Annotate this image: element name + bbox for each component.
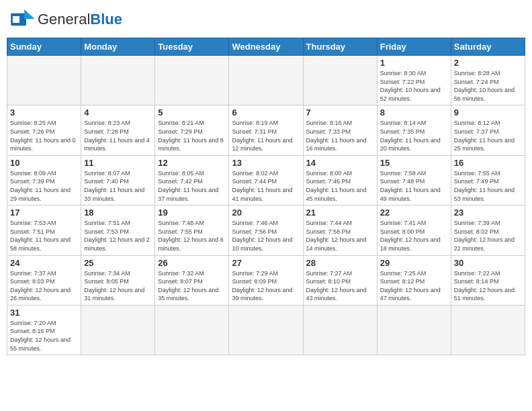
day-info: Sunrise: 8:21 AM Sunset: 7:29 PM Dayligh… — [158, 119, 226, 152]
day-number: 2 — [454, 58, 522, 68]
day-info: Sunrise: 8:00 AM Sunset: 7:46 PM Dayligh… — [306, 169, 374, 203]
day-info: Sunrise: 7:34 AM Sunset: 8:05 PM Dayligh… — [84, 269, 152, 303]
day-info: Sunrise: 8:25 AM Sunset: 7:26 PM Dayligh… — [10, 119, 78, 152]
calendar-cell: 19Sunrise: 7:48 AM Sunset: 7:55 PM Dayli… — [155, 205, 229, 255]
day-number: 10 — [10, 158, 78, 168]
day-number: 22 — [380, 208, 448, 218]
day-info: Sunrise: 7:44 AM Sunset: 7:58 PM Dayligh… — [306, 219, 374, 253]
calendar-cell — [229, 56, 303, 105]
day-info: Sunrise: 7:53 AM Sunset: 7:51 PM Dayligh… — [10, 219, 78, 253]
day-number: 12 — [158, 158, 226, 168]
weekday-header-wednesday: Wednesday — [229, 38, 303, 56]
calendar-cell: 30Sunrise: 7:22 AM Sunset: 8:14 PM Dayli… — [451, 255, 525, 305]
calendar-cell: 27Sunrise: 7:29 AM Sunset: 8:09 PM Dayli… — [229, 255, 303, 305]
calendar-week-2: 3Sunrise: 8:25 AM Sunset: 7:26 PM Daylig… — [7, 105, 525, 155]
logo: GeneralBlue — [11, 9, 122, 30]
svg-rect-2 — [13, 16, 19, 23]
calendar-cell — [303, 56, 377, 105]
logo-text: GeneralBlue — [38, 11, 122, 28]
day-info: Sunrise: 7:25 AM Sunset: 8:12 PM Dayligh… — [380, 269, 448, 303]
day-info: Sunrise: 8:19 AM Sunset: 7:31 PM Dayligh… — [232, 119, 300, 152]
calendar-cell: 7Sunrise: 8:16 AM Sunset: 7:33 PM Daylig… — [303, 105, 377, 155]
calendar-cell: 6Sunrise: 8:19 AM Sunset: 7:31 PM Daylig… — [229, 105, 303, 155]
calendar-cell: 23Sunrise: 7:39 AM Sunset: 8:02 PM Dayli… — [451, 205, 525, 255]
calendar-cell: 10Sunrise: 8:09 AM Sunset: 7:39 PM Dayli… — [7, 155, 81, 205]
day-info: Sunrise: 7:51 AM Sunset: 7:53 PM Dayligh… — [84, 219, 152, 253]
day-info: Sunrise: 8:12 AM Sunset: 7:37 PM Dayligh… — [454, 119, 522, 152]
day-number: 19 — [158, 208, 226, 218]
day-number: 6 — [232, 107, 300, 118]
day-number: 13 — [232, 158, 300, 168]
day-info: Sunrise: 7:22 AM Sunset: 8:14 PM Dayligh… — [454, 269, 522, 303]
day-info: Sunrise: 7:27 AM Sunset: 8:10 PM Dayligh… — [306, 269, 374, 303]
day-number: 17 — [10, 208, 78, 218]
weekday-header-sunday: Sunday — [7, 38, 81, 56]
day-number: 8 — [380, 107, 448, 118]
calendar-cell — [377, 305, 451, 355]
day-number: 23 — [454, 208, 522, 218]
day-number: 28 — [306, 258, 374, 268]
day-number: 16 — [454, 158, 522, 168]
day-number: 4 — [84, 107, 152, 118]
calendar-table: SundayMondayTuesdayWednesdayThursdayFrid… — [7, 38, 525, 355]
calendar-cell — [81, 56, 155, 105]
day-info: Sunrise: 8:07 AM Sunset: 7:40 PM Dayligh… — [84, 169, 152, 203]
calendar-cell — [303, 305, 377, 355]
day-number: 29 — [380, 258, 448, 268]
day-number: 9 — [454, 107, 522, 118]
calendar-week-3: 10Sunrise: 8:09 AM Sunset: 7:39 PM Dayli… — [7, 155, 525, 205]
day-number: 24 — [10, 258, 78, 268]
day-info: Sunrise: 8:14 AM Sunset: 7:35 PM Dayligh… — [380, 119, 448, 152]
weekday-header-thursday: Thursday — [303, 38, 377, 56]
day-number: 5 — [158, 107, 226, 118]
day-info: Sunrise: 7:41 AM Sunset: 8:00 PM Dayligh… — [380, 219, 448, 253]
calendar-cell: 3Sunrise: 8:25 AM Sunset: 7:26 PM Daylig… — [7, 105, 81, 155]
calendar-week-6: 31Sunrise: 7:20 AM Sunset: 8:16 PM Dayli… — [7, 305, 525, 355]
calendar-cell: 8Sunrise: 8:14 AM Sunset: 7:35 PM Daylig… — [377, 105, 451, 155]
calendar-week-1: 1Sunrise: 8:30 AM Sunset: 7:22 PM Daylig… — [7, 56, 525, 105]
day-number: 26 — [158, 258, 226, 268]
day-info: Sunrise: 8:05 AM Sunset: 7:42 PM Dayligh… — [158, 169, 226, 203]
day-info: Sunrise: 8:23 AM Sunset: 7:28 PM Dayligh… — [84, 119, 152, 152]
svg-marker-1 — [24, 9, 35, 19]
day-info: Sunrise: 7:39 AM Sunset: 8:02 PM Dayligh… — [454, 219, 522, 253]
day-info: Sunrise: 7:46 AM Sunset: 7:56 PM Dayligh… — [232, 219, 300, 253]
calendar-cell: 20Sunrise: 7:46 AM Sunset: 7:56 PM Dayli… — [229, 205, 303, 255]
calendar-cell: 17Sunrise: 7:53 AM Sunset: 7:51 PM Dayli… — [7, 205, 81, 255]
calendar-cell — [229, 305, 303, 355]
calendar-cell: 21Sunrise: 7:44 AM Sunset: 7:58 PM Dayli… — [303, 205, 377, 255]
day-number: 30 — [454, 258, 522, 268]
calendar-cell: 16Sunrise: 7:55 AM Sunset: 7:49 PM Dayli… — [451, 155, 525, 205]
header: GeneralBlue — [7, 7, 525, 32]
day-number: 21 — [306, 208, 374, 218]
calendar-week-5: 24Sunrise: 7:37 AM Sunset: 8:03 PM Dayli… — [7, 255, 525, 305]
calendar-week-4: 17Sunrise: 7:53 AM Sunset: 7:51 PM Dayli… — [7, 205, 525, 255]
day-info: Sunrise: 7:37 AM Sunset: 8:03 PM Dayligh… — [10, 269, 78, 303]
calendar-cell: 1Sunrise: 8:30 AM Sunset: 7:22 PM Daylig… — [377, 56, 451, 105]
day-info: Sunrise: 8:28 AM Sunset: 7:24 PM Dayligh… — [454, 69, 522, 103]
calendar-cell — [451, 305, 525, 355]
weekday-header-friday: Friday — [377, 38, 451, 56]
calendar-cell: 2Sunrise: 8:28 AM Sunset: 7:24 PM Daylig… — [451, 56, 525, 105]
calendar-cell: 13Sunrise: 8:02 AM Sunset: 7:44 PM Dayli… — [229, 155, 303, 205]
day-number: 1 — [380, 58, 448, 68]
day-info: Sunrise: 8:09 AM Sunset: 7:39 PM Dayligh… — [10, 169, 78, 203]
logo-icon — [11, 9, 35, 30]
calendar-cell: 9Sunrise: 8:12 AM Sunset: 7:37 PM Daylig… — [451, 105, 525, 155]
calendar-cell: 22Sunrise: 7:41 AM Sunset: 8:00 PM Dayli… — [377, 205, 451, 255]
calendar-cell — [7, 56, 81, 105]
day-info: Sunrise: 7:55 AM Sunset: 7:49 PM Dayligh… — [454, 169, 522, 203]
day-number: 18 — [84, 208, 152, 218]
day-info: Sunrise: 7:32 AM Sunset: 8:07 PM Dayligh… — [158, 269, 226, 303]
day-number: 3 — [10, 107, 78, 118]
weekday-header-row: SundayMondayTuesdayWednesdayThursdayFrid… — [7, 38, 525, 56]
calendar-cell: 26Sunrise: 7:32 AM Sunset: 8:07 PM Dayli… — [155, 255, 229, 305]
day-info: Sunrise: 8:02 AM Sunset: 7:44 PM Dayligh… — [232, 169, 300, 203]
calendar-cell — [81, 305, 155, 355]
calendar-cell: 12Sunrise: 8:05 AM Sunset: 7:42 PM Dayli… — [155, 155, 229, 205]
calendar-cell: 31Sunrise: 7:20 AM Sunset: 8:16 PM Dayli… — [7, 305, 81, 355]
day-number: 11 — [84, 158, 152, 168]
day-info: Sunrise: 7:58 AM Sunset: 7:48 PM Dayligh… — [380, 169, 448, 203]
day-info: Sunrise: 7:29 AM Sunset: 8:09 PM Dayligh… — [232, 269, 300, 303]
calendar-cell: 29Sunrise: 7:25 AM Sunset: 8:12 PM Dayli… — [377, 255, 451, 305]
